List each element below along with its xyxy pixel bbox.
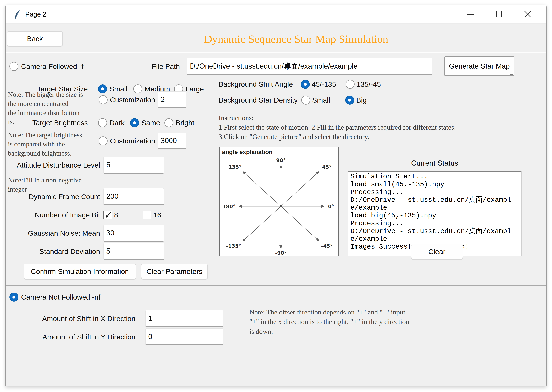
size-customization-input[interactable]: [158, 91, 186, 108]
brightness-customization-label: Customization: [110, 137, 155, 145]
background-shift-angle-label: Background Shift Angle: [219, 80, 293, 88]
file-path-label: File Path: [152, 60, 180, 73]
gaussian-noise-input[interactable]: [103, 225, 164, 242]
attitude-row: Attitude Disturbance Level: [9, 156, 164, 174]
angle-label-135: 135°: [228, 164, 241, 170]
separator-columns: [215, 80, 215, 286]
target-brightness-row: Target Brightness Dark Same Bright: [12, 117, 194, 129]
size-customization-row: Customization: [99, 91, 186, 108]
brightness-customization-input[interactable]: [158, 133, 186, 149]
clear-status-button[interactable]: Clear: [411, 244, 463, 259]
brightness-customization-row: Customization: [99, 133, 186, 149]
maximize-button[interactable]: [491, 5, 507, 23]
gaussian-noise-label: Gaussian Noise: Mean: [9, 229, 100, 237]
bit-16-label: 16: [153, 211, 161, 219]
brightness-note: Note: The target brightness is compared …: [8, 130, 103, 158]
std-deviation-input[interactable]: [103, 243, 164, 260]
app-window: Page 2 Back Dynamic Sequence Star Map Si…: [5, 5, 546, 386]
maximize-icon: [496, 11, 502, 17]
brightness-customization-radio[interactable]: [99, 136, 108, 145]
brightness-same-label: Same: [142, 119, 160, 127]
background-star-density-label: Background Star Density: [219, 96, 298, 104]
size-customization-label: Customization: [110, 96, 155, 104]
brightness-bright-radio[interactable]: [164, 118, 173, 127]
current-status-title: Current Status: [348, 159, 522, 167]
file-path-input[interactable]: [187, 58, 432, 75]
frame-count-row: Dynamic Frame Count: [9, 188, 164, 205]
angle-label-45: 45°: [322, 164, 332, 170]
camera-followed-row: Camera Followed -f: [9, 60, 83, 73]
angle-label-minus135: -135°: [226, 243, 241, 249]
angle-diagram: 90° 45° 0° -45° -90° -135° 180° 135°: [220, 147, 338, 256]
shift-y-input[interactable]: [145, 329, 223, 345]
background-star-density-row: Background Star Density Small Big: [219, 94, 367, 106]
angle-label-minus45: -45°: [321, 243, 333, 249]
density-big-label: Big: [356, 96, 367, 104]
instructions-line3: 3.Click on "Generate picture" and select…: [219, 132, 456, 141]
density-small-radio[interactable]: [301, 96, 310, 105]
image-bit-label: Number of Image Bit: [9, 211, 100, 219]
camera-followed-radio[interactable]: [9, 62, 18, 71]
shift-y-row: Amount of Shift in Y Direction: [26, 328, 223, 345]
gaussian-noise-row: Gaussian Noise: Mean: [9, 224, 164, 242]
bit-16-checkbox[interactable]: [143, 211, 151, 219]
brightness-bright-label: Bright: [176, 119, 194, 127]
shift-y-label: Amount of Shift in Y Direction: [26, 333, 135, 341]
camera-not-followed-label: Camera Not Followed -nf: [21, 293, 100, 301]
angle-explanation-box: angle explanation: [219, 147, 339, 256]
frame-count-input[interactable]: [103, 188, 164, 205]
angle-label-90: 90°: [276, 157, 286, 163]
attitude-input[interactable]: [103, 157, 164, 174]
page-title: Dynamic Sequence Star Map Simulation: [172, 33, 421, 46]
brightness-dark-label: Dark: [109, 119, 125, 127]
angle-135-radio[interactable]: [346, 80, 355, 89]
close-icon: [524, 10, 531, 18]
bit-8-checkbox[interactable]: [103, 211, 112, 219]
std-deviation-label: Standard Deviation: [9, 247, 100, 256]
angle-45-radio[interactable]: [301, 80, 310, 89]
status-log[interactable]: Simulation Start... load small(45,-135).…: [348, 171, 522, 256]
size-large-label: Large: [185, 85, 204, 93]
shift-x-input[interactable]: [145, 310, 223, 327]
frame-count-label: Dynamic Frame Count: [9, 193, 100, 201]
instructions-line1: Instructions:: [219, 113, 456, 123]
separator-bottom: [6, 286, 546, 286]
shift-x-row: Amount of Shift in X Direction: [26, 310, 223, 327]
title-bar: Page 2: [6, 5, 546, 24]
attitude-label: Attitude Disturbance Level: [9, 161, 100, 169]
instructions: Instructions: 1.First select the state o…: [219, 113, 456, 141]
size-customization-radio[interactable]: [99, 95, 108, 104]
background-shift-angle-row: Background Shift Angle 45/-135 135/-45: [219, 78, 381, 91]
camera-followed-label: Camera Followed -f: [21, 63, 83, 70]
python-feather-icon: [14, 9, 21, 19]
angle-45-label: 45/-135: [312, 80, 336, 88]
screen: Page 2 Back Dynamic Sequence Star Map Si…: [0, 0, 552, 392]
camera-not-followed-radio[interactable]: [9, 293, 18, 301]
image-bit-row: Number of Image Bit 8 16: [9, 209, 161, 221]
instructions-line2: 1.First select the state of motion. 2.Fi…: [219, 123, 456, 132]
minimize-button[interactable]: [462, 5, 478, 23]
brightness-same-radio[interactable]: [130, 118, 139, 127]
minimize-icon: [467, 14, 474, 15]
generate-star-map-button[interactable]: Generate Star Map: [444, 56, 514, 76]
close-button[interactable]: [520, 5, 536, 23]
confirm-simulation-button[interactable]: Confirm Simulation Information: [24, 264, 136, 279]
clear-parameters-button[interactable]: Clear Parameters: [141, 264, 208, 279]
std-deviation-row: Standard Deviation: [9, 243, 164, 260]
window-title: Page 2: [25, 5, 46, 24]
back-button[interactable]: Back: [7, 31, 63, 46]
brightness-dark-radio[interactable]: [98, 118, 107, 127]
angle-135-label: 135/-45: [357, 80, 381, 88]
offset-direction-note: Note: The offset direction depends on "+…: [249, 307, 409, 336]
bit-8-label: 8: [114, 211, 118, 219]
shift-x-label: Amount of Shift in X Direction: [26, 315, 135, 323]
angle-label-0: 0°: [328, 204, 334, 210]
angle-label-minus90: -90°: [275, 250, 287, 256]
left-buttons-row: Confirm Simulation Information Clear Par…: [24, 264, 208, 279]
camera-not-followed-row: Camera Not Followed -nf: [9, 291, 100, 303]
separator-top: [6, 52, 546, 53]
density-small-label: Small: [312, 96, 330, 104]
target-brightness-label: Target Brightness: [12, 119, 88, 127]
angle-label-180: 180°: [222, 204, 235, 210]
density-big-radio[interactable]: [345, 96, 354, 105]
